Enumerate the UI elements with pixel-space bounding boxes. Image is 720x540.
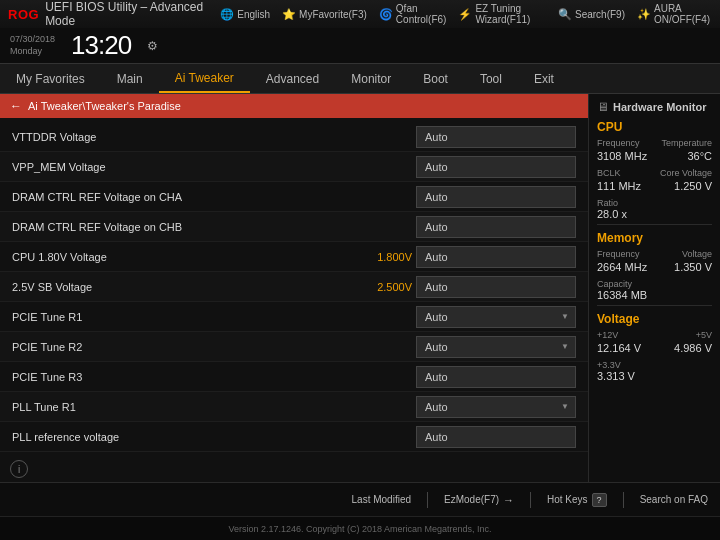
setting-value-pcie-r3[interactable]: Auto <box>416 366 576 388</box>
bottom-divider-2 <box>530 492 531 508</box>
qfan-btn[interactable]: 🌀 Qfan Control(F6) <box>379 3 447 25</box>
hw-mem-freq-val-row: 2664 MHz 1.350 V <box>597 261 712 277</box>
hw-cpu-section-title: CPU <box>597 120 712 134</box>
nav-item-main[interactable]: Main <box>101 64 159 93</box>
setting-label-cpu-180v: CPU 1.80V Voltage <box>12 251 362 263</box>
search-label: Search(F9) <box>575 9 625 20</box>
setting-label-pcie-r2: PCIE Tune R2 <box>12 341 416 353</box>
breadcrumb-text: Ai Tweaker\Tweaker's Paradise <box>28 100 181 112</box>
star-icon: ⭐ <box>282 8 296 21</box>
info-button[interactable]: i <box>10 460 28 478</box>
date-line2: Monday <box>10 46 55 58</box>
aura-icon: ✨ <box>637 8 651 21</box>
nav-item-boot[interactable]: Boot <box>407 64 464 93</box>
hw-mem-freq-row: Frequency Voltage <box>597 249 712 259</box>
hw-12v-val-row: 12.164 V 4.986 V <box>597 342 712 358</box>
hw-33v-value: 3.313 V <box>597 370 712 382</box>
setting-value-vttddr[interactable]: Auto <box>416 126 576 148</box>
hot-keys-label: Hot Keys <box>547 494 588 505</box>
hw-monitor-title: Hardware Monitor <box>613 101 707 113</box>
hot-keys-key-badge[interactable]: ? <box>592 493 607 507</box>
setting-value-pll-ref[interactable]: Auto <box>416 426 576 448</box>
info-icon-area: i <box>0 456 588 482</box>
language-icon: 🌐 <box>220 8 234 21</box>
setting-row-dram-cha: DRAM CTRL REF Voltage on CHA Auto <box>0 182 588 212</box>
footer-text: Version 2.17.1246. Copyright (C) 2018 Am… <box>228 524 491 534</box>
setting-row-pcie-r2: PCIE Tune R2 Auto <box>0 332 588 362</box>
nav-item-exit[interactable]: Exit <box>518 64 570 93</box>
nav-item-advanced[interactable]: Advanced <box>250 64 335 93</box>
setting-label-pcie-r3: PCIE Tune R3 <box>12 371 416 383</box>
setting-label-pll-r1: PLL Tune R1 <box>12 401 416 413</box>
datetime-date-display: 07/30/2018 Monday <box>10 34 55 57</box>
hw-ratio-value: 28.0 x <box>597 208 712 220</box>
hw-cpu-temp-label: Temperature <box>661 138 712 148</box>
setting-label-25v-sb: 2.5V SB Voltage <box>12 281 362 293</box>
ez-tuning-btn[interactable]: ⚡ EZ Tuning Wizard(F11) <box>458 3 546 25</box>
lightning-icon: ⚡ <box>458 8 472 21</box>
hw-monitor-icon: 🖥 <box>597 100 609 114</box>
aura-btn[interactable]: ✨ AURA ON/OFF(F4) <box>637 3 712 25</box>
clock-gear-icon[interactable]: ⚙ <box>147 39 158 53</box>
ez-mode-arrow-icon: → <box>503 494 514 506</box>
hw-memory-section-title: Memory <box>597 231 712 245</box>
header-bar: ROG UEFI BIOS Utility – Advanced Mode 🌐 … <box>0 0 720 28</box>
hw-ratio-label: Ratio <box>597 198 712 208</box>
nav-item-monitor[interactable]: Monitor <box>335 64 407 93</box>
datetime-bar: 07/30/2018 Monday 13:20 ⚙ <box>0 28 720 64</box>
settings-list: VTTDDR Voltage Auto VPP_MEM Voltage Auto… <box>0 118 588 456</box>
setting-row-pcie-r1: PCIE Tune R1 Auto <box>0 302 588 332</box>
setting-row-pcie-r3: PCIE Tune R3 Auto <box>0 362 588 392</box>
setting-value-dram-chb[interactable]: Auto <box>416 216 576 238</box>
hw-capacity-value: 16384 MB <box>597 289 712 301</box>
setting-value-cpu-180v[interactable]: Auto <box>416 246 576 268</box>
setting-pre-25v-sb: 2.500V <box>362 281 412 293</box>
nav-item-my-favorites[interactable]: My Favorites <box>0 64 101 93</box>
setting-value-pcie-r1[interactable]: Auto <box>416 306 576 328</box>
search-faq-item[interactable]: Search on FAQ <box>640 494 708 505</box>
setting-value-pll-r1[interactable]: Auto <box>416 396 576 418</box>
date-line1: 07/30/2018 <box>10 34 55 46</box>
fan-icon: 🌀 <box>379 8 393 21</box>
setting-label-pll-ref: PLL reference voltage <box>12 431 416 443</box>
setting-row-cpu-180v: CPU 1.80V Voltage 1.800V Auto <box>0 242 588 272</box>
hw-12v-row: +12V +5V <box>597 330 712 340</box>
bios-title: UEFI BIOS Utility – Advanced Mode <box>45 0 208 28</box>
hw-cpu-freq-val-row: 3108 MHz 36°C <box>597 150 712 166</box>
nav-item-tool[interactable]: Tool <box>464 64 518 93</box>
setting-row-25v-sb: 2.5V SB Voltage 2.500V Auto <box>0 272 588 302</box>
hw-bclk-value: 111 MHz <box>597 180 641 192</box>
setting-value-pcie-r2[interactable]: Auto <box>416 336 576 358</box>
hw-voltage-section-title: Voltage <box>597 312 712 326</box>
last-modified-label: Last Modified <box>352 494 411 505</box>
hw-corevolt-value: 1.250 V <box>674 180 712 192</box>
language-selector[interactable]: 🌐 English <box>220 8 270 21</box>
bottom-divider-1 <box>427 492 428 508</box>
nav-item-ai-tweaker[interactable]: Ai Tweaker <box>159 64 250 93</box>
setting-value-dram-cha[interactable]: Auto <box>416 186 576 208</box>
my-favorite-btn[interactable]: ⭐ MyFavorite(F3) <box>282 8 367 21</box>
search-icon: 🔍 <box>558 8 572 21</box>
breadcrumb-back-arrow[interactable]: ← <box>10 99 22 113</box>
hw-12v-label: +12V <box>597 330 618 340</box>
language-label: English <box>237 9 270 20</box>
ez-mode-item[interactable]: EzMode(F7) → <box>444 494 514 506</box>
hw-bclk-row: BCLK Core Voltage <box>597 168 712 178</box>
setting-label-dram-cha: DRAM CTRL REF Voltage on CHA <box>12 191 416 203</box>
setting-label-vpp-mem: VPP_MEM Voltage <box>12 161 416 173</box>
setting-row-vpp-mem: VPP_MEM Voltage Auto <box>0 152 588 182</box>
last-modified-item: Last Modified <box>352 494 411 505</box>
footer-bar: Version 2.17.1246. Copyright (C) 2018 Am… <box>0 516 720 540</box>
setting-value-vpp-mem[interactable]: Auto <box>416 156 576 178</box>
hw-cpu-freq-row: Frequency Temperature <box>597 138 712 148</box>
left-panel: ← Ai Tweaker\Tweaker's Paradise VTTDDR V… <box>0 94 588 482</box>
setting-row-vttddr: VTTDDR Voltage Auto <box>0 122 588 152</box>
ez-tuning-label: EZ Tuning Wizard(F11) <box>475 3 546 25</box>
hw-mem-freq-value: 2664 MHz <box>597 261 647 273</box>
hw-capacity-label: Capacity <box>597 279 712 289</box>
hw-mem-volt-label: Voltage <box>682 249 712 259</box>
setting-value-25v-sb[interactable]: Auto <box>416 276 576 298</box>
hw-5v-label: +5V <box>696 330 712 340</box>
search-btn[interactable]: 🔍 Search(F9) <box>558 8 625 21</box>
hw-cpu-freq-label: Frequency <box>597 138 640 148</box>
